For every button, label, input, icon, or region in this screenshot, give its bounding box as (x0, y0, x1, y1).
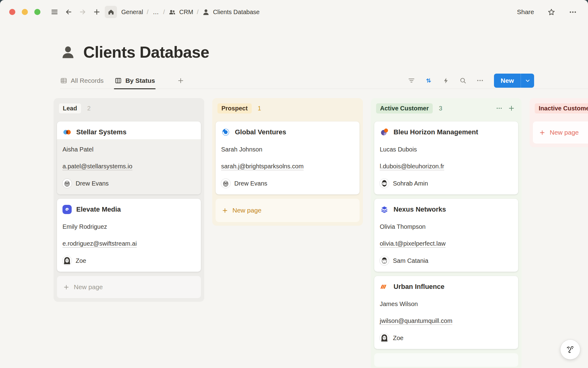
plus-icon (177, 77, 184, 84)
column-options-button[interactable] (494, 103, 504, 113)
notion-ai-button[interactable] (560, 340, 580, 359)
breadcrumb-label: General (121, 9, 143, 16)
status-badge[interactable]: Inactive Customer (535, 103, 588, 113)
card-nexus-networks[interactable]: Nexus Networks Olivia Thompson olivia.t@… (374, 199, 518, 272)
breadcrumb-label: CRM (179, 9, 193, 16)
close-window-button[interactable] (9, 9, 15, 15)
card-email[interactable]: jwilson@quantumquill.com (380, 312, 513, 329)
board-column-active-customer: Active Customer 3 Bleu Horizon Managemen… (371, 98, 522, 368)
card-company: Stellar Systems (76, 128, 126, 137)
card-urban-influence[interactable]: Urban Influence James Wilson jwilson@qua… (374, 276, 518, 349)
new-page-button[interactable]: New page (57, 276, 201, 298)
board-column-lead: Lead 2 Stellar Systems Aisha Patel a.pat… (54, 98, 204, 302)
star-icon (547, 8, 556, 16)
card-company: Elevate Media (76, 205, 121, 214)
card-email[interactable]: e.rodriguez@swiftstream.ai (62, 235, 195, 252)
card-email[interactable]: a.patel@stellarsystems.io (62, 158, 195, 175)
avatar (221, 179, 230, 188)
more-options-button[interactable] (567, 6, 579, 18)
add-view-button[interactable] (175, 75, 187, 87)
card-global-ventures[interactable]: Global Ventures Sarah Johnson sarah.j@br… (216, 121, 360, 194)
card-contact: Lucas Dubois (380, 141, 513, 158)
column-header: Active Customer 3 (374, 102, 518, 114)
breadcrumb-label: Clients Database (213, 9, 259, 16)
avatar (62, 256, 72, 265)
breadcrumb-item-clients-database[interactable]: Clients Database (202, 8, 259, 16)
filter-button[interactable] (405, 74, 418, 87)
status-badge[interactable]: Lead (59, 103, 81, 113)
new-tab-button[interactable] (91, 6, 103, 18)
more-icon (569, 8, 577, 16)
forward-button[interactable] (77, 6, 89, 18)
database-toolbar: New (405, 74, 534, 88)
breadcrumb-item-crm[interactable]: CRM (168, 8, 193, 16)
search-button[interactable] (457, 74, 469, 87)
breadcrumb-separator: / (197, 9, 199, 16)
person-icon (60, 44, 76, 60)
tab-all-records[interactable]: All Records (60, 72, 104, 89)
card-properties: Olivia Thompson olivia.t@pixelperfect.la… (374, 217, 518, 272)
card-properties: Emily Rodriguez e.rodriguez@swiftstream.… (57, 217, 201, 272)
card-email[interactable]: olivia.t@pixelperfect.law (380, 235, 513, 252)
automations-button[interactable] (439, 74, 452, 87)
share-button[interactable]: Share (515, 8, 536, 16)
chevron-down-icon (525, 78, 531, 84)
table-view-icon (60, 77, 67, 84)
card-title-row: Elevate Media (57, 199, 201, 217)
traffic-lights (9, 9, 40, 15)
breadcrumb-separator: / (147, 9, 149, 16)
orange-stripes-icon (380, 282, 389, 291)
sort-button[interactable] (422, 74, 435, 87)
ai-face-icon (564, 344, 576, 355)
column-count: 3 (439, 105, 442, 112)
breadcrumb-item-general[interactable]: General (121, 9, 143, 16)
back-button[interactable] (62, 6, 75, 18)
forward-icon (79, 8, 87, 16)
card-elevate-media[interactable]: Elevate Media Emily Rodriguez e.rodrigue… (57, 199, 201, 272)
status-badge[interactable]: Prospect (217, 103, 252, 113)
topbar-actions: Share (515, 6, 579, 18)
tab-by-status[interactable]: By Status (115, 72, 155, 89)
blue-spiral-icon (62, 205, 72, 214)
new-record-dropdown[interactable] (521, 74, 534, 88)
new-record-label: New (494, 74, 521, 88)
minimize-window-button[interactable] (22, 9, 28, 15)
page-header: Clients Database (60, 43, 588, 61)
new-page-button[interactable]: New page (216, 199, 360, 222)
avatar (380, 256, 389, 265)
column-add-button[interactable] (507, 103, 516, 113)
status-badge[interactable]: Active Customer (376, 103, 433, 113)
card-owner: Zoe (62, 252, 195, 266)
favorite-button[interactable] (545, 6, 557, 18)
purple-orange-shapes-icon (380, 128, 389, 137)
venn-circles-icon (62, 128, 72, 137)
card-email[interactable]: l.dubois@bleuhorizon.fr (380, 158, 513, 175)
home-button[interactable] (105, 6, 117, 18)
card-company: Urban Influence (394, 282, 444, 291)
card-email[interactable]: sarah.j@brightsparksolns.com (221, 158, 354, 175)
card-contact: Olivia Thompson (380, 218, 513, 235)
board-column-prospect: Prospect 1 Global Ventures Sarah Johnson… (212, 98, 363, 226)
card-owner: Sohrab Amin (380, 175, 513, 189)
breadcrumb-collapsed-button[interactable]: … (152, 9, 160, 16)
sidebar-toggle-button[interactable] (48, 6, 61, 18)
avatar (380, 179, 389, 188)
card-bleu-horizon-management[interactable]: Bleu Horizon Management Lucas Dubois l.d… (374, 121, 518, 194)
card-title-row: Urban Influence (374, 276, 518, 294)
card-company: Nexus Networks (394, 205, 446, 214)
card-stellar-systems[interactable]: Stellar Systems Aisha Patel a.patel@stel… (57, 121, 201, 194)
card-owner: Drew Evans (221, 175, 354, 189)
view-options-button[interactable] (474, 74, 487, 87)
card-company: Global Ventures (235, 128, 286, 137)
owner-name: Zoe (393, 335, 403, 342)
zoom-window-button[interactable] (34, 9, 40, 15)
new-page-button-partial[interactable] (374, 353, 518, 367)
new-record-button[interactable]: New (494, 74, 534, 88)
card-properties: Lucas Dubois l.dubois@bleuhorizon.fr Soh… (374, 139, 518, 194)
view-tabs: All Records By Status (60, 72, 187, 89)
card-title-row: Nexus Networks (374, 199, 518, 217)
sort-icon (425, 77, 432, 84)
person-icon (202, 8, 210, 16)
plus-icon (508, 105, 515, 112)
new-page-button[interactable]: New page (533, 121, 588, 144)
